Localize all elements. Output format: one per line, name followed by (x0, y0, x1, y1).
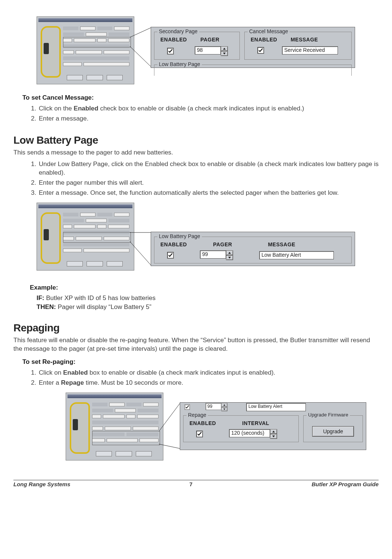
svg-line-1 (130, 46, 151, 67)
group-label-lowbat: Low Battery Page (157, 233, 202, 239)
upgrade-button[interactable]: Upgrade (312, 426, 354, 437)
svg-marker-7 (228, 257, 231, 259)
repage-enabled-checkbox[interactable] (196, 431, 203, 437)
svg-line-9 (159, 444, 180, 449)
group-label-cancel: Cancel Message (248, 28, 289, 34)
secondary-pager-value[interactable]: 98 (195, 46, 221, 54)
title-repaging: Repaging (13, 322, 379, 334)
intro-low-battery: This sends a message to the pager to add… (13, 149, 379, 157)
lowbat-pager-value[interactable]: 99 (200, 250, 226, 259)
steps-repaging: Click on Enabled box to enable or disabl… (28, 369, 379, 387)
heading-cancel-message: To set Cancel Message: (22, 94, 379, 102)
repage-interval-value[interactable]: 120 (seconds) (229, 429, 270, 437)
steps-cancel: Click on the Enabled check box to enable… (28, 104, 379, 123)
svg-marker-6 (228, 252, 231, 254)
figure-repage: 99 Low Battery Alert Repage ENABLED INTE… (66, 393, 379, 467)
group-label-upgrade: Upgrade Firmware (307, 412, 350, 418)
group-secondary-page: Secondary Page ENABLED PAGER 98 (154, 32, 240, 60)
topstrip-msg: Low Battery Alert (246, 403, 306, 411)
title-low-battery: Low Battery Page (13, 134, 379, 146)
step-repage-2: Enter a Repage time. Must be 10 seconds … (38, 379, 379, 387)
header-message: MESSAGE (291, 37, 318, 43)
spinner-up-icon[interactable] (270, 429, 277, 434)
step-cancel-1: Click on the Enabled check box to enable… (38, 104, 379, 113)
group-label-secondary: Secondary Page (157, 28, 199, 34)
step-lowbat-3: Enter a message. Once set, the function … (38, 189, 379, 197)
group-upgrade-firmware: Upgrade Firmware Upgrade (303, 415, 363, 442)
spinner-up-icon[interactable] (221, 46, 228, 51)
spinner-down-icon[interactable] (221, 51, 228, 56)
cancel-message-input[interactable]: Service Received (282, 46, 338, 54)
svg-marker-3 (223, 53, 226, 54)
svg-marker-13 (272, 435, 275, 437)
steps-lowbat: Under Low Battery Page, click on the Ena… (28, 160, 379, 197)
lowbat-message-input[interactable]: Low Battery Alert (259, 251, 334, 259)
svg-marker-10 (223, 405, 226, 406)
spinner-up-icon[interactable] (226, 250, 233, 255)
figure-secondary-cancel: Secondary Page ENABLED PAGER 98 (37, 16, 379, 87)
heading-repaging: To set Re-paging: (22, 358, 379, 366)
spinner-down-icon[interactable] (270, 434, 277, 439)
lowbat-pager-spinner[interactable]: 99 (200, 250, 233, 260)
step-cancel-2: Enter a message. (38, 115, 379, 123)
cancel-enabled-checkbox[interactable] (257, 47, 264, 54)
group-low-battery: Low Battery Page ENABLED PAGER MESSAGE 9… (154, 237, 352, 263)
example-then-line: THEN: Pager will display “Low Battery 5” (37, 303, 379, 311)
step-lowbat-2: Enter the pager number this will alert. (38, 179, 379, 187)
footer-left: Long Range Systems (13, 481, 70, 487)
spinner-down-icon[interactable] (226, 255, 233, 260)
svg-line-0 (130, 28, 151, 37)
figure-low-battery: Low Battery Page ENABLED PAGER MESSAGE 9… (37, 203, 379, 277)
header-enabled: ENABLED (160, 241, 187, 247)
secondary-enabled-checkbox[interactable] (167, 48, 174, 54)
svg-marker-11 (223, 409, 226, 410)
cutoff-label: Low Battery Page (157, 61, 202, 67)
step-lowbat-1: Under Low Battery Page, click on the Ena… (38, 160, 379, 177)
topstrip-checkbox (185, 405, 190, 410)
lowbat-enabled-checkbox[interactable] (167, 252, 174, 259)
topstrip-spinner: 99 (206, 403, 228, 411)
page-footer: Long Range Systems 7 Butler XP Program G… (13, 480, 379, 487)
example-if-line: IF: Butler XP with ID of 5 has low batte… (37, 294, 379, 302)
svg-marker-2 (223, 48, 226, 50)
intro-repaging: This feature will enable or disable the … (13, 336, 379, 353)
group-cutoff: Low Battery Page (154, 65, 352, 76)
step-repage-1: Click on Enabled box to enable or disabl… (38, 369, 379, 377)
zoom-panel-repage: 99 Low Battery Alert Repage ENABLED INTE… (180, 402, 366, 450)
repage-interval-spinner[interactable]: 120 (seconds) (229, 429, 277, 439)
zoom-panel-low-battery: Low Battery Page ENABLED PAGER MESSAGE 9… (151, 232, 355, 266)
secondary-pager-spinner[interactable]: 98 (195, 46, 228, 56)
svg-line-5 (130, 241, 151, 265)
group-repage: Repage ENABLED INTERVAL 120 (seconds) (183, 415, 299, 442)
header-interval: INTERVAL (242, 420, 269, 426)
header-pager: PAGER (200, 37, 219, 43)
header-enabled: ENABLED (189, 420, 216, 426)
group-label-repage: Repage (186, 412, 208, 418)
footer-right: Butler XP Program Guide (312, 481, 379, 487)
footer-page-number: 7 (189, 481, 192, 487)
header-enabled: ENABLED (251, 37, 277, 43)
header-message: MESSAGE (268, 241, 295, 247)
zoom-panel-secondary-cancel: Secondary Page ENABLED PAGER 98 (151, 27, 355, 68)
svg-marker-12 (272, 431, 275, 432)
svg-line-8 (159, 403, 180, 431)
header-pager: PAGER (213, 241, 232, 247)
group-cancel-message: Cancel Message ENABLED MESSAGE Service R… (244, 32, 352, 60)
header-enabled: ENABLED (160, 37, 187, 43)
heading-example: Example: (30, 284, 379, 291)
